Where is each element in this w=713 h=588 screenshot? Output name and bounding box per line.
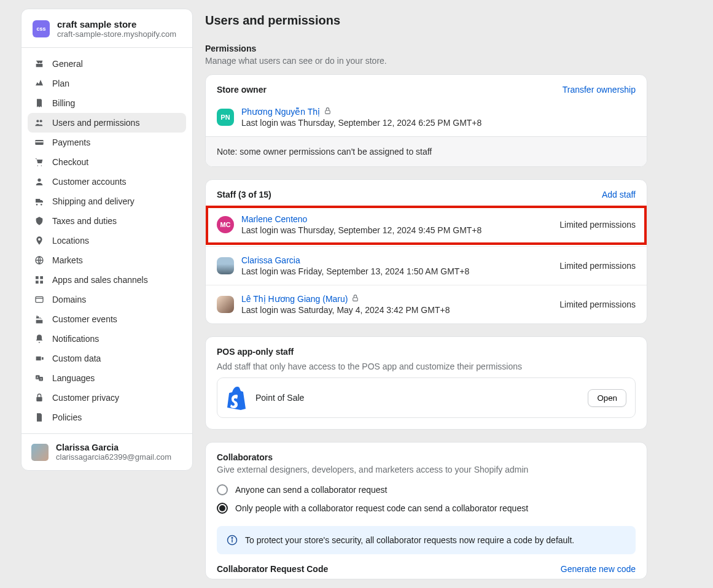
sidebar-item-locations[interactable]: Locations — [28, 231, 186, 250]
sidebar-item-users-and-permissions[interactable]: Users and permissions — [28, 113, 186, 133]
nav-label: Payments — [52, 137, 90, 147]
svg-point-20 — [232, 538, 233, 539]
nav-label: Shipping and delivery — [52, 196, 134, 206]
nav-label: Notifications — [52, 334, 99, 344]
pos-card: POS app-only staff Add staff that only h… — [205, 336, 647, 430]
shopify-bag-icon — [226, 385, 247, 410]
staff-permission-label: Limited permissions — [559, 300, 636, 309]
sidebar-item-customer-events[interactable]: Customer events — [28, 309, 186, 329]
svg-rect-3 — [35, 141, 43, 142]
collab-desc: Give external designers, developers, and… — [206, 462, 647, 481]
pos-desc: Add staff that only have access to the P… — [206, 359, 647, 377]
staff-last-login: Last login was Saturday, May 4, 2024 3:4… — [241, 305, 552, 315]
staff-row[interactable]: Lê Thị Hương Giang (Maru)Last login was … — [206, 285, 647, 323]
staff-name-link[interactable]: Lê Thị Hương Giang (Maru) — [241, 294, 359, 304]
sidebar-item-custom-data[interactable]: Custom data — [28, 349, 186, 368]
languages-icon: A文 — [34, 373, 45, 384]
staff-avatar — [217, 257, 234, 274]
staff-title: Staff (3 of 15) — [217, 190, 271, 199]
lock-icon — [324, 107, 332, 117]
staff-last-login: Last login was Friday, September 13, 202… — [241, 266, 552, 276]
shipping-icon — [34, 196, 45, 207]
nav-label: Checkout — [52, 157, 88, 167]
sidebar-item-policies[interactable]: Policies — [28, 408, 186, 427]
current-user-email: clarissagarcia62399@gmail.com — [56, 452, 171, 462]
sidebar-item-taxes-and-duties[interactable]: Taxes and duties — [28, 211, 186, 231]
svg-text:文: 文 — [40, 377, 42, 381]
sidebar-item-languages[interactable]: A文Languages — [28, 368, 186, 388]
sidebar-item-shipping-and-delivery[interactable]: Shipping and delivery — [28, 191, 186, 211]
store-name: craft sample store — [57, 19, 176, 29]
staff-name-link[interactable]: Clarissa Garcia — [241, 255, 300, 265]
store-switcher[interactable]: css craft sample store craft-sample-stor… — [21, 9, 192, 48]
svg-rect-17 — [353, 298, 358, 301]
svg-point-1 — [40, 120, 42, 122]
store-icon — [34, 58, 45, 69]
nav-label: General — [52, 59, 83, 69]
sidebar-item-customer-privacy[interactable]: Customer privacy — [28, 388, 186, 408]
staff-row[interactable]: MCMarlene CentenoLast login was Thursday… — [206, 206, 647, 245]
radio-anyone[interactable]: Anyone can send a collaborator request — [206, 481, 647, 499]
sidebar-item-customer-accounts[interactable]: Customer accounts — [28, 172, 186, 191]
store-owner-card: Store owner Transfer ownership PN Phương… — [205, 74, 647, 167]
users-icon — [34, 117, 45, 128]
staff-avatar — [217, 296, 234, 313]
nav-label: Customer accounts — [52, 177, 127, 187]
nav-label: Customer events — [52, 314, 117, 324]
domains-icon — [34, 294, 45, 305]
lock-icon — [351, 294, 359, 304]
sidebar-item-apps-and-sales-channels[interactable]: Apps and sales channels — [28, 270, 186, 290]
markets-icon — [34, 255, 45, 266]
sidebar-item-general[interactable]: General — [28, 54, 186, 74]
svg-rect-6 — [36, 276, 39, 279]
permissions-heading: Permissions — [205, 44, 647, 53]
owner-note: Note: some owner permissions can't be as… — [206, 136, 647, 166]
nav-label: Custom data — [52, 354, 101, 363]
page-title: Users and permissions — [205, 14, 647, 28]
staff-permission-label: Limited permissions — [559, 261, 636, 271]
sidebar-item-domains[interactable]: Domains — [28, 290, 186, 309]
current-user[interactable]: Clarissa Garcia clarissagarcia62399@gmai… — [21, 433, 192, 470]
sidebar-item-billing[interactable]: Billing — [28, 93, 186, 113]
info-icon — [227, 535, 238, 546]
locations-icon — [34, 235, 45, 246]
transfer-ownership-link[interactable]: Transfer ownership — [563, 85, 636, 95]
svg-rect-16 — [325, 110, 330, 114]
staff-avatar: MC — [217, 216, 234, 233]
pos-app-label: Point of Sale — [255, 393, 579, 403]
sidebar-item-notifications[interactable]: Notifications — [28, 329, 186, 349]
pos-title: POS app-only staff — [217, 347, 294, 357]
current-user-name: Clarissa Garcia — [56, 443, 171, 452]
svg-rect-10 — [36, 296, 43, 302]
nav-label: Markets — [52, 255, 83, 265]
svg-point-0 — [36, 120, 39, 122]
settings-sidebar: css craft sample store craft-sample-stor… — [21, 9, 193, 471]
owner-name-link[interactable]: Phương Nguyễn Thị — [241, 107, 332, 117]
apps-icon — [34, 274, 45, 285]
generate-code-link[interactable]: Generate new code — [561, 564, 636, 574]
plan-icon — [34, 78, 45, 89]
svg-point-4 — [37, 179, 41, 182]
collab-info-banner: To protect your store's security, all co… — [217, 526, 636, 554]
nav-label: Domains — [52, 295, 86, 304]
open-pos-button[interactable]: Open — [588, 389, 626, 407]
staff-last-login: Last login was Thursday, September 12, 2… — [241, 225, 552, 235]
sidebar-item-plan[interactable]: Plan — [28, 74, 186, 93]
collaborators-card: Collaborators Give external designers, d… — [205, 442, 647, 579]
nav-label: Languages — [52, 373, 95, 383]
sidebar-item-payments[interactable]: Payments — [28, 133, 186, 152]
staff-card: Staff (3 of 15) Add staff MCMarlene Cent… — [205, 179, 647, 324]
add-staff-link[interactable]: Add staff — [602, 190, 636, 199]
radio-code-only[interactable]: Only people with a collaborator request … — [206, 499, 647, 517]
radio-icon-selected — [217, 503, 228, 514]
sidebar-item-checkout[interactable]: Checkout — [28, 152, 186, 172]
radio-icon — [217, 484, 228, 495]
nav-label: Users and permissions — [52, 118, 139, 128]
checkout-icon — [34, 157, 45, 168]
sidebar-item-markets[interactable]: Markets — [28, 250, 186, 270]
staff-name-link[interactable]: Marlene Centeno — [241, 214, 307, 224]
staff-row[interactable]: Clarissa GarciaLast login was Friday, Se… — [206, 246, 647, 285]
customdata-icon — [34, 353, 45, 364]
main-content: Users and permissions Permissions Manage… — [205, 9, 647, 588]
pos-app-row: Point of Sale Open — [217, 377, 636, 418]
